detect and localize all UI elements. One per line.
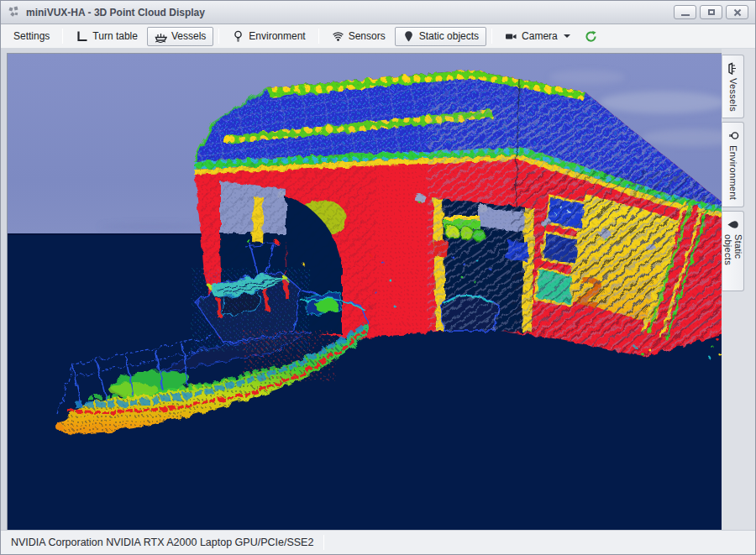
side-tab-static-objects[interactable]: Static objects	[722, 211, 744, 291]
static-objects-label: Static objects	[419, 30, 479, 42]
turn-table-label: Turn table	[92, 30, 138, 42]
side-tab-vessels[interactable]: Vessels	[722, 55, 744, 118]
angle-icon	[76, 30, 88, 43]
static-objects-button[interactable]: Static objects	[395, 27, 486, 46]
turn-table-button[interactable]: Turn table	[68, 27, 145, 46]
vessels-button[interactable]: Vessels	[147, 27, 213, 46]
environment-button[interactable]: Environment	[224, 27, 312, 46]
settings-button[interactable]: Settings	[6, 27, 57, 46]
lightbulb-icon	[727, 129, 739, 142]
lightbulb-icon	[232, 30, 244, 43]
status-separator	[323, 535, 324, 550]
chevron-down-icon	[564, 34, 570, 38]
toolbar-separator	[318, 29, 319, 44]
camera-label: Camera	[522, 30, 558, 42]
point-cloud-scene: 2	[8, 54, 722, 530]
sensors-label: Sensors	[349, 30, 386, 42]
side-tab-environment[interactable]: Environment	[722, 122, 744, 207]
radar-icon	[332, 30, 344, 43]
title-bar: miniVUX-HA - 3D Point Cloud Display	[1, 1, 755, 24]
camera-button[interactable]: Camera	[497, 27, 578, 46]
side-tab-vessels-label: Vessels	[728, 78, 738, 112]
window-title: miniVUX-HA - 3D Point Cloud Display	[26, 7, 674, 18]
environment-label: Environment	[249, 30, 305, 42]
boat-icon	[727, 62, 739, 75]
side-tab-strip: Vessels Environment Static objects	[722, 49, 755, 531]
side-tab-environment-label: Environment	[728, 145, 738, 200]
refresh-button[interactable]	[580, 27, 602, 46]
minimize-button[interactable]	[674, 5, 696, 19]
map-pin-icon	[727, 218, 739, 231]
refresh-icon	[585, 30, 597, 43]
map-pin-icon	[402, 30, 415, 43]
vessels-label: Vessels	[171, 30, 206, 42]
window-controls	[674, 5, 748, 19]
toolbar-separator	[218, 29, 219, 44]
status-bar: NVIDIA Corporation NVIDIA RTX A2000 Lapt…	[1, 530, 755, 554]
maximize-icon	[708, 9, 715, 15]
maximize-button[interactable]	[700, 5, 722, 19]
camcorder-icon	[505, 30, 517, 43]
3d-viewport[interactable]: 2	[7, 53, 722, 531]
side-tab-static-objects-label: Static objects	[723, 234, 743, 285]
minimize-icon	[681, 14, 690, 16]
close-button[interactable]	[726, 5, 748, 19]
app-window: miniVUX-HA - 3D Point Cloud Display Sett…	[0, 0, 756, 555]
main-toolbar: Settings Turn table Vessels	[1, 24, 755, 49]
settings-label: Settings	[13, 30, 50, 42]
sensors-button[interactable]: Sensors	[324, 27, 393, 46]
toolbar-separator	[62, 29, 63, 44]
boat-icon	[155, 30, 167, 43]
gpu-info-text: NVIDIA Corporation NVIDIA RTX A2000 Lapt…	[11, 537, 313, 548]
app-icon	[8, 6, 21, 19]
toolbar-separator	[491, 29, 492, 44]
close-icon	[733, 8, 742, 17]
